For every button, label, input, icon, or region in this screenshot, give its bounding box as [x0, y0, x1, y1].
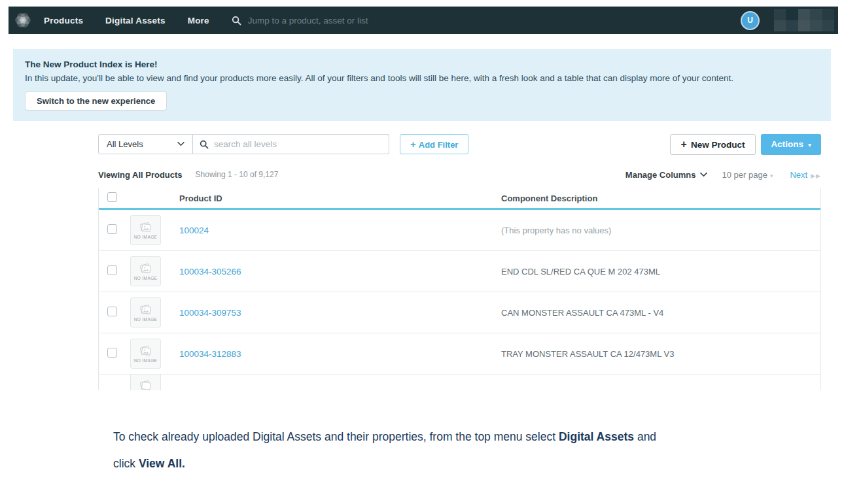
table-row: NO IMAGE 100034-312883 TRAY MONSTER ASSA…: [99, 333, 820, 375]
component-description: (This property has no values): [501, 226, 611, 235]
nav-user-area: U: [741, 9, 834, 31]
table-row: NO IMAGE 100024 (This property has no va…: [99, 210, 820, 251]
primary-nav: Products Digital Assets More: [44, 16, 209, 25]
no-image-thumbnail: NO IMAGE: [130, 256, 161, 286]
top-nav: Products Digital Assets More U: [9, 7, 838, 34]
component-description: CAN MONSTER ASSAULT CA 473ML - V4: [501, 308, 663, 318]
nav-item-more[interactable]: More: [188, 16, 209, 25]
per-page-select[interactable]: 10 per page▾: [722, 170, 773, 180]
salsify-logo-icon[interactable]: [9, 10, 37, 30]
banner-title: The New Product Index is Here!: [25, 59, 819, 69]
select-all-checkbox[interactable]: [107, 192, 117, 202]
next-page-button[interactable]: Next▶▶: [790, 170, 821, 180]
product-id-link[interactable]: 100034-305266: [179, 267, 241, 277]
photo-icon: [138, 379, 153, 391]
filter-group: All Levels: [98, 134, 389, 154]
product-id-link[interactable]: 100034-309753: [179, 308, 241, 318]
level-search: [193, 134, 389, 154]
no-image-thumbnail: [130, 375, 161, 390]
chevron-down-icon: ▾: [770, 173, 773, 179]
add-filter-button[interactable]: +Add Filter: [400, 134, 468, 154]
photo-icon: [138, 303, 153, 316]
no-image-thumbnail: NO IMAGE: [130, 339, 161, 369]
column-header-component-description[interactable]: Component Description: [501, 193, 820, 203]
no-image-thumbnail: NO IMAGE: [130, 215, 161, 245]
product-id-link[interactable]: 100034-312883: [179, 349, 241, 359]
new-product-button[interactable]: +New Product: [670, 134, 756, 155]
list-meta-row: Viewing All Products Showing 1 - 10 of 9…: [98, 169, 821, 180]
product-id-link[interactable]: 100024: [179, 226, 209, 235]
chevron-down-icon: [177, 142, 185, 146]
switch-experience-button[interactable]: Switch to the new experience: [25, 92, 167, 110]
instruction-text: To check already uploaded Digital Assets…: [113, 424, 741, 477]
row-checkbox[interactable]: [107, 307, 117, 316]
component-description: TRAY MONSTER ASSAULT CA 12/473ML V3: [501, 349, 674, 359]
redacted-username: [774, 9, 834, 31]
product-index: All Levels +Add Filter +New Product Acti…: [98, 134, 821, 390]
toolbar: All Levels +Add Filter +New Product Acti…: [98, 134, 821, 154]
avatar[interactable]: U: [741, 11, 760, 30]
level-select-value: All Levels: [107, 139, 143, 149]
photo-icon: [138, 221, 153, 234]
table-row: NO IMAGE 100034-309753 CAN MONSTER ASSAU…: [99, 292, 820, 333]
no-image-thumbnail: NO IMAGE: [130, 297, 161, 328]
chevron-down-icon: [700, 173, 707, 177]
component-description: END CDL SL/RED CA QUE M 202 473ML: [501, 267, 660, 277]
global-search: [232, 16, 741, 25]
global-search-input[interactable]: [248, 16, 523, 25]
plus-icon: +: [681, 139, 687, 150]
row-checkbox[interactable]: [107, 348, 117, 358]
manage-columns-button[interactable]: Manage Columns: [625, 170, 708, 180]
level-select[interactable]: All Levels: [98, 134, 193, 154]
viewing-label: Viewing All Products: [98, 170, 183, 180]
photo-icon: [138, 262, 153, 275]
search-icon: [200, 140, 209, 149]
avatar-initial: U: [747, 16, 753, 25]
nav-item-products[interactable]: Products: [44, 16, 83, 25]
level-search-input[interactable]: [214, 139, 382, 149]
showing-count: Showing 1 - 10 of 9,127: [196, 170, 279, 179]
nav-item-digital-assets[interactable]: Digital Assets: [105, 16, 166, 25]
plus-icon: +: [410, 139, 416, 150]
row-checkbox[interactable]: [107, 224, 117, 234]
photo-icon: [138, 344, 153, 358]
table-row-partial: [99, 375, 820, 390]
table-header-row: Product ID Component Description: [99, 188, 820, 210]
banner-body: In this update, you'll be able to view a…: [25, 73, 819, 83]
search-icon: [232, 16, 241, 25]
row-checkbox[interactable]: [107, 265, 117, 275]
announcement-banner: The New Product Index is Here! In this u…: [13, 49, 831, 121]
column-header-product-id[interactable]: Product ID: [179, 193, 501, 203]
actions-button[interactable]: Actions▾: [761, 134, 821, 155]
double-arrow-icon: ▶▶: [811, 173, 821, 179]
product-table: Product ID Component Description NO IMAG…: [98, 188, 821, 390]
chevron-down-icon: ▾: [808, 141, 811, 148]
table-row: NO IMAGE 100034-305266 END CDL SL/RED CA…: [99, 251, 820, 292]
